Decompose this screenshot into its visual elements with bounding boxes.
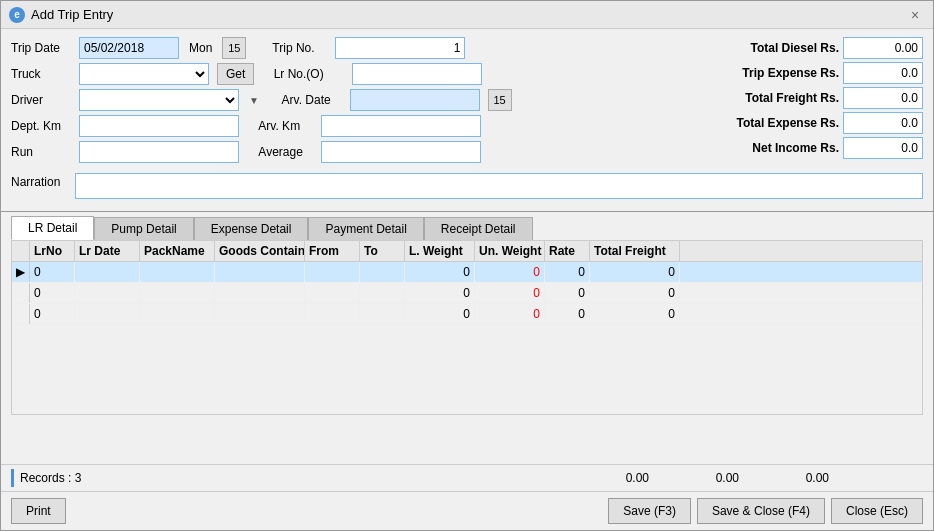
window-title: Add Trip Entry xyxy=(31,7,113,22)
total-expense-value xyxy=(843,112,923,134)
grid-header: LrNo Lr Date PackName Goods Contain From… xyxy=(12,241,922,262)
row-trip-date: Trip Date Mon 15 Trip No. xyxy=(11,37,613,59)
average-label: Average xyxy=(258,145,313,159)
row-run: Run Average xyxy=(11,141,613,163)
cell-rate: 0 xyxy=(545,262,590,282)
narration-row: Narration xyxy=(11,173,923,199)
lr-no-input[interactable] xyxy=(352,63,482,85)
net-income-value xyxy=(843,137,923,159)
col-header-rate: Rate xyxy=(545,241,590,261)
row-driver: Driver ▼ Arv. Date 15 xyxy=(11,89,613,111)
cell-rate: 0 xyxy=(545,304,590,324)
truck-label: Truck xyxy=(11,67,71,81)
tab-pump-detail[interactable]: Pump Detail xyxy=(94,217,193,240)
net-income-label: Net Income Rs. xyxy=(699,141,839,155)
grid-footer: Records : 3 0.00 0.00 0.00 xyxy=(1,464,933,491)
trip-date-day: Mon xyxy=(189,41,212,55)
arv-date-input[interactable] xyxy=(350,89,480,111)
trip-date-calendar-button[interactable]: 15 xyxy=(222,37,246,59)
bottom-bar: Print Save (F3) Save & Close (F4) Close … xyxy=(1,491,933,530)
cell-freight: 0 xyxy=(590,283,680,303)
total-freight-label: Total Freight Rs. xyxy=(699,91,839,105)
footer-val1: 0.00 xyxy=(563,471,653,485)
table-row[interactable]: 0 0 0 0 0 xyxy=(12,283,922,304)
cell-goods xyxy=(215,304,305,324)
print-button[interactable]: Print xyxy=(11,498,66,524)
tab-receipt-detail[interactable]: Receipt Detail xyxy=(424,217,533,240)
cell-lweight: 0 xyxy=(405,283,475,303)
cell-lweight: 0 xyxy=(405,304,475,324)
summary-panel: Total Diesel Rs. Trip Expense Rs. Total … xyxy=(623,37,923,167)
cell-packname xyxy=(140,262,215,282)
footer-val2: 0.00 xyxy=(653,471,743,485)
dept-km-input[interactable] xyxy=(79,115,239,137)
title-bar-left: e Add Trip Entry xyxy=(9,7,113,23)
total-freight-row: Total Freight Rs. xyxy=(623,87,923,109)
average-input[interactable] xyxy=(321,141,481,163)
col-header-to: To xyxy=(360,241,405,261)
trip-no-input[interactable] xyxy=(335,37,465,59)
tabs-bar: LR Detail Pump Detail Expense Detail Pay… xyxy=(1,216,933,240)
table-row[interactable]: 0 0 0 0 0 xyxy=(12,304,922,325)
cell-lrno: 0 xyxy=(30,304,75,324)
left-form: Trip Date Mon 15 Trip No. Truck Get xyxy=(11,37,613,167)
cell-freight: 0 xyxy=(590,304,680,324)
cell-goods xyxy=(215,283,305,303)
cell-rate: 0 xyxy=(545,283,590,303)
cell-unweight: 0 xyxy=(475,283,545,303)
lr-detail-grid[interactable]: LrNo Lr Date PackName Goods Contain From… xyxy=(11,240,923,415)
tab-lr-detail[interactable]: LR Detail xyxy=(11,216,94,240)
col-header-lweight: L. Weight xyxy=(405,241,475,261)
cell-lrdate xyxy=(75,262,140,282)
save-close-button[interactable]: Save & Close (F4) xyxy=(697,498,825,524)
cell-from xyxy=(305,283,360,303)
col-header-unweight: Un. Weight xyxy=(475,241,545,261)
footer-values: 0.00 0.00 0.00 xyxy=(563,471,923,485)
total-freight-value xyxy=(843,87,923,109)
row-truck: Truck Get Lr No.(O) xyxy=(11,63,613,85)
main-window: e Add Trip Entry × Trip Date Mon 15 Trip… xyxy=(0,0,934,531)
dept-km-label: Dept. Km xyxy=(11,119,71,133)
total-expense-row: Total Expense Rs. xyxy=(623,112,923,134)
cell-to xyxy=(360,304,405,324)
tab-expense-detail[interactable]: Expense Detail xyxy=(194,217,309,240)
total-diesel-label: Total Diesel Rs. xyxy=(699,41,839,55)
trip-date-input[interactable] xyxy=(79,37,179,59)
run-input[interactable] xyxy=(79,141,239,163)
form-area: Trip Date Mon 15 Trip No. Truck Get xyxy=(1,29,933,207)
window-close-button[interactable]: × xyxy=(905,5,925,25)
total-diesel-row: Total Diesel Rs. xyxy=(623,37,923,59)
driver-select[interactable] xyxy=(79,89,239,111)
narration-label: Narration xyxy=(11,173,71,189)
close-button[interactable]: Close (Esc) xyxy=(831,498,923,524)
arv-km-label: Arv. Km xyxy=(258,119,313,133)
arv-km-input[interactable] xyxy=(321,115,481,137)
tab-payment-detail[interactable]: Payment Detail xyxy=(308,217,423,240)
driver-label: Driver xyxy=(11,93,71,107)
cell-lrno: 0 xyxy=(30,283,75,303)
narration-input[interactable] xyxy=(75,173,923,199)
trip-no-label: Trip No. xyxy=(272,41,327,55)
save-button[interactable]: Save (F3) xyxy=(608,498,691,524)
cell-from xyxy=(305,262,360,282)
arv-date-calendar-button[interactable]: 15 xyxy=(488,89,512,111)
cell-goods xyxy=(215,262,305,282)
trip-expense-row: Trip Expense Rs. xyxy=(623,62,923,84)
cell-lrno: 0 xyxy=(30,262,75,282)
get-button[interactable]: Get xyxy=(217,63,254,85)
trip-expense-value xyxy=(843,62,923,84)
trip-date-label: Trip Date xyxy=(11,41,71,55)
cell-packname xyxy=(140,304,215,324)
net-income-row: Net Income Rs. xyxy=(623,137,923,159)
table-row[interactable]: ▶ 0 0 0 0 0 xyxy=(12,262,922,283)
cell-lrdate xyxy=(75,283,140,303)
col-header-freight: Total Freight xyxy=(590,241,680,261)
truck-select[interactable] xyxy=(79,63,209,85)
cell-unweight: 0 xyxy=(475,304,545,324)
row-arrow: ▶ xyxy=(12,262,30,282)
lr-no-label: Lr No.(O) xyxy=(274,67,344,81)
bottom-bar-actions: Save (F3) Save & Close (F4) Close (Esc) xyxy=(608,498,923,524)
arv-date-label: Arv. Date xyxy=(282,93,342,107)
cell-from xyxy=(305,304,360,324)
col-header-from: From xyxy=(305,241,360,261)
